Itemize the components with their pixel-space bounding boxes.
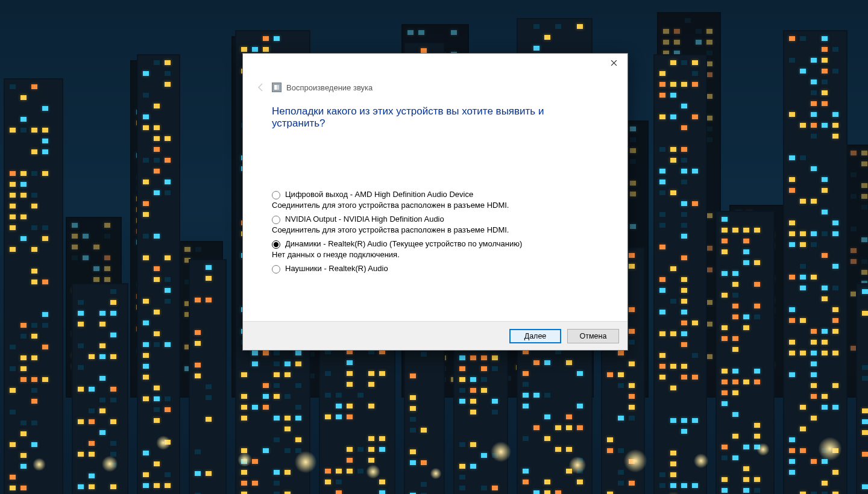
device-option[interactable]: Цифровой выход - AMD High Definition Aud…: [272, 186, 613, 211]
device-radio[interactable]: [272, 216, 280, 224]
device-option[interactable]: NVIDIA Output - NVIDIA High Definition A…: [272, 211, 613, 236]
dialog-heading: Неполадки какого из этих устройств вы хо…: [243, 99, 627, 130]
troubleshooter-dialog: Воспроизведение звука Неполадки какого и…: [242, 53, 628, 351]
close-icon: [611, 60, 617, 66]
next-button[interactable]: Далее: [509, 329, 561, 343]
back-button[interactable]: [255, 81, 267, 93]
dialog-header: Воспроизведение звука: [243, 54, 627, 99]
troubleshooter-icon: [272, 83, 281, 92]
dialog-footer: Далее Отмена: [243, 321, 627, 350]
device-radio[interactable]: [272, 265, 280, 274]
device-radio[interactable]: [272, 191, 280, 199]
device-option[interactable]: Динамики - Realtek(R) Audio (Текущее уст…: [272, 236, 613, 260]
device-radio[interactable]: [272, 240, 280, 249]
device-sublabel: Нет данных о гнезде подключения.: [272, 250, 613, 259]
device-label: NVIDIA Output - NVIDIA High Definition A…: [285, 214, 444, 224]
device-sublabel: Соединитель для этого устройства располо…: [272, 225, 613, 234]
device-label: Цифровой выход - AMD High Definition Aud…: [285, 190, 473, 199]
close-button[interactable]: [600, 54, 627, 72]
dialog-title: Воспроизведение звука: [286, 83, 373, 92]
back-arrow-icon: [256, 83, 266, 92]
device-option[interactable]: Наушники - Realtek(R) Audio: [272, 260, 613, 276]
device-label: Наушники - Realtek(R) Audio: [285, 264, 388, 273]
cancel-button[interactable]: Отмена: [567, 329, 619, 343]
device-label: Динамики - Realtek(R) Audio (Текущее уст…: [285, 239, 522, 248]
device-sublabel: Соединитель для этого устройства располо…: [272, 201, 613, 210]
device-list-scroll[interactable]: Цифровой выход - AMD High Definition Aud…: [272, 144, 615, 313]
device-list: Цифровой выход - AMD High Definition Aud…: [272, 144, 615, 313]
